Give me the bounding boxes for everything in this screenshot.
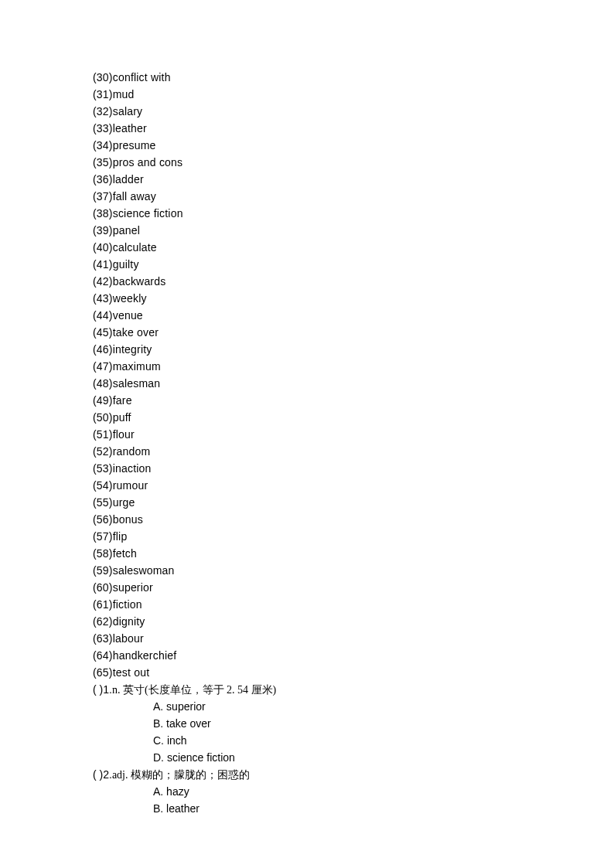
vocab-word: random: [113, 445, 151, 458]
vocab-item: (47)maximum: [93, 359, 552, 375]
vocab-word: presume: [113, 139, 156, 151]
vocab-item: (31)mud: [93, 87, 552, 103]
question-line: ( )2.adj. 模糊的；朦胧的；困惑的: [93, 767, 552, 783]
vocab-word: puff: [113, 411, 131, 424]
vocab-number: (51): [93, 428, 113, 441]
vocab-word: leather: [113, 122, 147, 134]
vocab-number: (30): [93, 71, 113, 83]
vocab-number: (53): [93, 462, 113, 475]
vocab-word: guilty: [113, 258, 139, 271]
vocab-item: (57)flip: [93, 529, 552, 545]
vocab-word: flour: [113, 428, 135, 441]
vocab-item: (46)integrity: [93, 342, 552, 358]
vocab-word: maximum: [113, 360, 161, 373]
question-number: 1.: [103, 682, 112, 698]
vocab-number: (47): [93, 360, 113, 373]
vocab-number: (63): [93, 632, 113, 645]
vocab-item: (63)labour: [93, 631, 552, 647]
vocab-item: (48)salesman: [93, 376, 552, 392]
vocab-item: (50)puff: [93, 410, 552, 426]
vocab-item: (53)inaction: [93, 461, 552, 477]
vocab-word: venue: [113, 309, 143, 322]
vocab-number: (58): [93, 547, 113, 560]
vocab-item: (58)fetch: [93, 546, 552, 562]
vocab-item: (60)superior: [93, 580, 552, 596]
vocab-number: (32): [93, 105, 113, 117]
vocab-number: (56): [93, 513, 113, 526]
vocab-word: urge: [113, 496, 135, 509]
question-option[interactable]: B. leather: [93, 801, 552, 817]
vocab-number: (44): [93, 309, 113, 322]
vocab-number: (61): [93, 598, 113, 611]
vocab-word: fiction: [113, 598, 142, 611]
vocab-word: calculate: [113, 241, 157, 254]
question-option[interactable]: A. superior: [93, 699, 552, 715]
vocab-number: (43): [93, 292, 113, 305]
vocab-item: (56)bonus: [93, 512, 552, 528]
vocab-word: superior: [113, 581, 153, 594]
question-option[interactable]: A. hazy: [93, 784, 552, 800]
vocab-item: (43)weekly: [93, 291, 552, 307]
vocab-word: science fiction: [113, 207, 183, 220]
vocab-number: (64): [93, 649, 113, 662]
vocab-word: inaction: [113, 462, 152, 475]
vocab-word: saleswoman: [113, 564, 175, 577]
vocab-word: fare: [113, 394, 132, 407]
vocab-item: (32)salary: [93, 104, 552, 120]
vocab-item: (62)dignity: [93, 614, 552, 630]
vocab-word: fall away: [113, 190, 156, 203]
vocab-number: (52): [93, 445, 113, 458]
vocab-item: (34)presume: [93, 138, 552, 154]
vocab-number: (40): [93, 241, 113, 254]
vocab-number: (42): [93, 275, 113, 288]
vocab-item: (44)venue: [93, 308, 552, 324]
vocab-number: (60): [93, 581, 113, 594]
vocab-item: (52)random: [93, 444, 552, 460]
vocab-item: (45)take over: [93, 325, 552, 341]
vocab-item: (37)fall away: [93, 189, 552, 205]
vocab-word: dignity: [113, 615, 145, 628]
question-option[interactable]: B. take over: [93, 716, 552, 732]
question-prompt: adj. 模糊的；朦胧的；困惑的: [112, 769, 250, 781]
vocab-word: conflict with: [113, 71, 171, 83]
answer-blank[interactable]: ( ): [93, 767, 103, 783]
vocab-item: (59)saleswoman: [93, 563, 552, 579]
vocab-word: bonus: [113, 513, 143, 526]
vocab-word: pros and cons: [113, 156, 183, 168]
question-line: ( )1.n. 英寸(长度单位，等于 2. 54 厘米): [93, 682, 552, 698]
vocab-item: (30)conflict with: [93, 70, 552, 86]
vocab-word: labour: [113, 632, 144, 645]
vocab-item: (40)calculate: [93, 240, 552, 256]
vocab-number: (39): [93, 224, 113, 237]
vocab-number: (35): [93, 156, 113, 168]
vocab-word: mud: [113, 88, 135, 100]
vocab-item: (51)flour: [93, 427, 552, 443]
answer-blank[interactable]: ( ): [93, 682, 103, 698]
vocab-item: (54)rumour: [93, 478, 552, 494]
vocab-number: (59): [93, 564, 113, 577]
question-option[interactable]: C. inch: [93, 733, 552, 749]
vocab-word: rumour: [113, 479, 148, 492]
document-body: (30)conflict with(31)mud(32)salary(33)le…: [0, 0, 614, 817]
vocab-number: (55): [93, 496, 113, 509]
vocab-word: integrity: [113, 343, 152, 356]
vocab-item: (39)panel: [93, 223, 552, 239]
vocab-item: (33)leather: [93, 121, 552, 137]
vocab-number: (41): [93, 258, 113, 271]
vocab-word: test out: [113, 666, 150, 679]
vocab-number: (50): [93, 411, 113, 424]
vocab-number: (33): [93, 122, 113, 134]
vocab-number: (45): [93, 326, 113, 339]
vocab-item: (36)ladder: [93, 172, 552, 188]
vocab-word: take over: [113, 326, 159, 339]
vocab-word: salary: [113, 105, 143, 117]
vocab-list: (30)conflict with(31)mud(32)salary(33)le…: [93, 70, 552, 681]
vocab-number: (48): [93, 377, 113, 390]
vocab-number: (65): [93, 666, 113, 679]
question-option[interactable]: D. science fiction: [93, 750, 552, 766]
question-number: 2.: [103, 767, 112, 783]
vocab-item: (42)backwards: [93, 274, 552, 290]
vocab-number: (57): [93, 530, 113, 543]
vocab-word: ladder: [113, 173, 144, 186]
vocab-number: (49): [93, 394, 113, 407]
